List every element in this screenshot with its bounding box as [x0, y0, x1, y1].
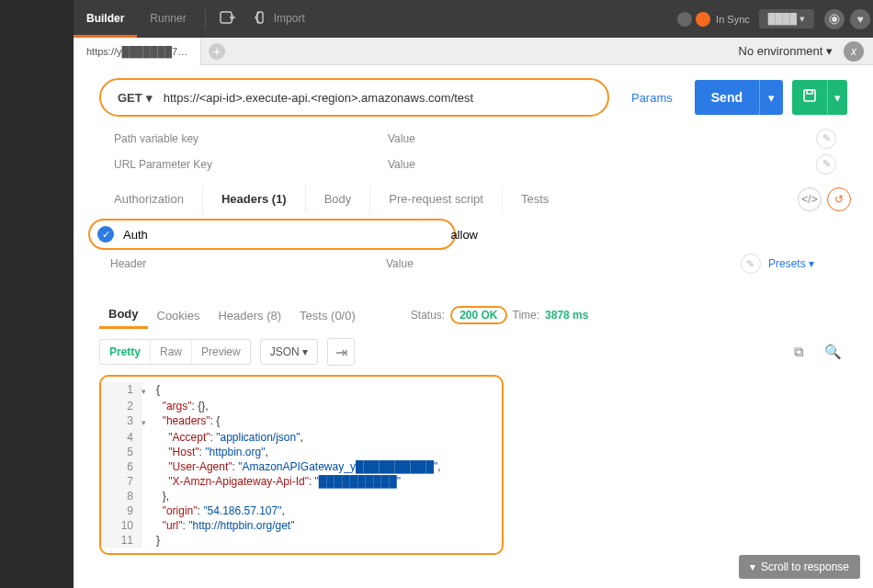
- edit-icon[interactable]: ✎: [741, 254, 761, 274]
- sync-icon: [677, 12, 692, 27]
- topbar: Builder Runner Import In Sync ████ ▾ ♥: [74, 0, 873, 38]
- divider: [205, 9, 206, 29]
- resp-tab-headers[interactable]: Headers (8): [209, 303, 290, 328]
- send-button[interactable]: Send: [695, 80, 759, 115]
- tab-body[interactable]: Body: [306, 185, 371, 213]
- heart-icon[interactable]: ♥: [850, 9, 870, 29]
- resp-tab-cookies[interactable]: Cookies: [148, 303, 210, 328]
- header-value[interactable]: allow: [450, 228, 478, 242]
- svg-point-4: [832, 17, 837, 22]
- header-key[interactable]: Auth: [123, 228, 148, 242]
- time-label: Time:: [513, 309, 540, 322]
- save-button[interactable]: [792, 80, 827, 115]
- path-key-input[interactable]: Path variable key: [103, 132, 388, 145]
- new-header-value[interactable]: Value: [386, 257, 741, 270]
- path-value-input[interactable]: Value: [388, 132, 816, 145]
- response-tabs: Body Cookies Headers (8) Tests (0/0) Sta…: [74, 288, 873, 329]
- user-dropdown[interactable]: ████ ▾: [759, 9, 814, 28]
- presets-dropdown[interactable]: Presets ▾: [768, 257, 814, 270]
- import-button[interactable]: Import: [272, 0, 318, 38]
- scroll-to-response-button[interactable]: ▾ Scroll to response: [739, 555, 860, 579]
- svg-rect-7: [807, 90, 812, 94]
- code-icon[interactable]: </>: [798, 187, 822, 211]
- edit-icon[interactable]: ✎: [816, 154, 836, 175]
- status-label: Status:: [411, 309, 445, 322]
- header-row[interactable]: ✓ Auth allow: [88, 219, 456, 250]
- env-vars-icon[interactable]: x: [844, 41, 864, 62]
- reset-icon[interactable]: ↺: [827, 187, 851, 211]
- search-icon[interactable]: 🔍: [824, 344, 842, 360]
- line-wrap-icon[interactable]: ⇥: [327, 338, 355, 366]
- tab-prerequest[interactable]: Pre-request script: [370, 185, 503, 213]
- edit-icon[interactable]: ✎: [816, 129, 836, 149]
- urlparam-key-input[interactable]: URL Parameter Key: [103, 158, 388, 171]
- fmt-pretty[interactable]: Pretty: [100, 340, 151, 364]
- resp-tab-tests[interactable]: Tests (0/0): [290, 303, 365, 328]
- response-body: 1▾{ 2 "args": {}, 3▾ "headers": { 4 "Acc…: [99, 375, 504, 555]
- save-dropdown[interactable]: ▾: [827, 80, 847, 115]
- url-input[interactable]: [164, 91, 604, 105]
- import-icon[interactable]: [243, 10, 272, 28]
- request-tabs-bar: https://y███████7… + No environment ▾ x: [74, 38, 873, 65]
- resp-tab-body[interactable]: Body: [99, 301, 148, 329]
- tab-headers[interactable]: Headers (1): [203, 185, 306, 213]
- status-value: 200 OK: [450, 306, 506, 324]
- new-tab-icon[interactable]: [211, 9, 243, 29]
- time-value: 3878 ms: [545, 309, 588, 322]
- url-bar: GET▾: [99, 78, 609, 117]
- environment-dropdown[interactable]: No environment ▾: [733, 44, 838, 58]
- params-button[interactable]: Params: [618, 91, 686, 105]
- enabled-check-icon[interactable]: ✓: [97, 226, 114, 243]
- tab-authorization[interactable]: Authorization: [96, 185, 203, 213]
- request-section-tabs: Authorization Headers (1) Body Pre-reque…: [74, 177, 873, 213]
- request-tab[interactable]: https://y███████7…: [74, 38, 201, 65]
- sync-status: In Sync: [716, 14, 750, 25]
- workspace: GET▾ Params Send ▾ ▾ Path variable key V…: [74, 65, 873, 588]
- settings-icon[interactable]: [824, 9, 845, 29]
- tab-builder[interactable]: Builder: [74, 0, 137, 38]
- svg-rect-6: [804, 90, 815, 101]
- copy-icon[interactable]: ⧉: [794, 344, 804, 360]
- fmt-raw[interactable]: Raw: [151, 340, 192, 364]
- fmt-preview[interactable]: Preview: [192, 340, 250, 364]
- sync-dot-icon: [696, 12, 710, 27]
- add-tab-button[interactable]: +: [209, 43, 225, 60]
- body-type-dropdown[interactable]: JSON ▾: [260, 339, 318, 365]
- new-header-key[interactable]: Header: [110, 257, 386, 270]
- send-dropdown[interactable]: ▾: [759, 80, 783, 115]
- method-dropdown[interactable]: GET▾: [118, 91, 164, 105]
- tab-tests[interactable]: Tests: [503, 185, 567, 213]
- urlparam-value-input[interactable]: Value: [388, 158, 816, 171]
- chevron-down-icon: ▾: [146, 91, 153, 105]
- tab-runner[interactable]: Runner: [137, 0, 198, 38]
- left-sidebar: [0, 0, 74, 588]
